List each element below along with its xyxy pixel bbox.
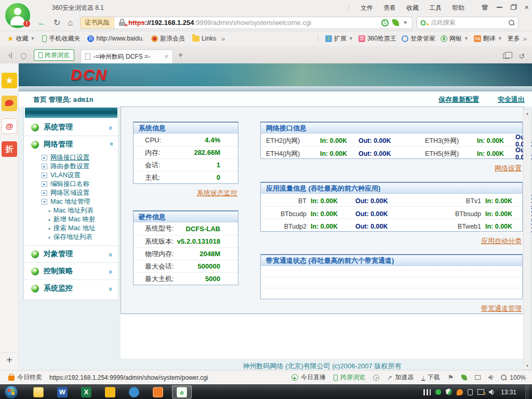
dock-add-icon[interactable]: + (0, 352, 19, 368)
dock-mail-icon[interactable]: @ (2, 118, 17, 134)
sidebar-group-objects[interactable]: 对象管理 » (24, 245, 118, 262)
bookmark-sina[interactable]: 新浪会员 (151, 34, 185, 43)
sidebar-group-monitor[interactable]: 系统监控 » (24, 280, 118, 297)
minimize-button[interactable] (497, 7, 502, 8)
dock-weibo-icon[interactable] (2, 96, 17, 111)
home-button[interactable]: ⌂ (68, 18, 73, 28)
menu-help[interactable]: 帮助 (452, 4, 464, 12)
address-bar[interactable]: 证书风险 × https ://192.168.1.254 :9999/admi… (80, 17, 413, 29)
speed-mode-icon[interactable] (392, 19, 399, 26)
sidebar-item-network-zone[interactable]: ▸网络区域设置 (42, 189, 118, 197)
chevron-expand-icon[interactable]: » (107, 270, 115, 272)
taskbar-clock[interactable]: 13:31 (501, 389, 516, 396)
tray-app-icon[interactable] (423, 389, 431, 395)
bookmark-links-folder[interactable]: Links (192, 35, 216, 42)
close-button[interactable]: × (524, 4, 529, 10)
favorites-menu[interactable]: ★ 收藏 ▼ (7, 34, 35, 43)
restore-tab-icon[interactable] (503, 54, 509, 59)
show-desktop-button[interactable] (525, 385, 529, 399)
taskbar-messenger[interactable] (124, 385, 144, 398)
window-mode-icon[interactable] (475, 375, 481, 380)
tab-list-icon[interactable]: ‹| (8, 51, 12, 59)
network-settings-link[interactable]: 网络设置 (495, 164, 522, 172)
bookmark-baidu[interactable]: 百 http://www.baidu. (87, 35, 143, 42)
chevron-expand-icon[interactable]: » (107, 252, 115, 255)
sidebar-group-policy[interactable]: 控制策略 » (24, 262, 118, 280)
menu-expand-icon[interactable]: 〉 (347, 4, 353, 12)
netbank-button[interactable]: ¥ 网银 ▼ (441, 34, 469, 43)
bookmark-mobile-favorites[interactable]: 手机收藏夹 (42, 34, 80, 43)
restore-button[interactable] (511, 5, 516, 10)
app-classify-link[interactable]: 应用自动分类 (481, 237, 522, 245)
scroll-up-arrow[interactable]: ▲ (524, 110, 531, 117)
sidebar-item-mac-management[interactable]: ▾Mac 地址管理 (42, 197, 118, 206)
bandwidth-manage-link[interactable]: 带宽通道管理 (481, 304, 522, 312)
taskbar-explorer[interactable] (29, 385, 48, 398)
refresh-button[interactable]: ↻ (54, 18, 60, 28)
zoom-control[interactable]: 100% (501, 374, 526, 381)
mute-button[interactable] (488, 375, 493, 380)
new-tab-button[interactable]: + (178, 50, 183, 60)
certificate-risk-badge[interactable]: 证书风险 (81, 17, 114, 29)
leaf-icon[interactable] (461, 375, 467, 380)
chevron-down-icon[interactable]: ▼ (403, 20, 408, 25)
system-monitor-link[interactable]: 系统状态监控 (197, 189, 237, 197)
menu-tools[interactable]: 工具 (429, 4, 442, 12)
accelerator-button[interactable]: ↗ 加速器 (387, 373, 414, 382)
dock-deals-icon[interactable]: 折 (2, 141, 17, 157)
back-button[interactable]: ← (37, 18, 46, 28)
sidebar-item-route-settings[interactable]: ▸路由参数设置 (42, 162, 118, 171)
sidebar-item-edit-interface-name[interactable]: ▸编辑接口名称 (42, 180, 118, 189)
ticket-grabber-button[interactable]: 票 360抢票王 (358, 34, 396, 43)
tab-close-icon[interactable]: × (165, 53, 168, 60)
cross-screen-status-button[interactable]: 跨屏浏览 (334, 373, 365, 382)
sidebar-item-interface-settings[interactable]: ▸网络接口设置 (42, 153, 118, 162)
dock-favorites-icon[interactable]: ★ (2, 73, 17, 88)
download-button[interactable]: ↓ 下载 (421, 373, 440, 382)
tray-bird-icon[interactable] (457, 389, 463, 395)
login-manager-button[interactable]: 登录管家 (402, 34, 435, 43)
frame-scrollbar[interactable]: ▲ ▼ (523, 109, 531, 370)
logout-link[interactable]: 安全退出 (498, 95, 525, 104)
taskbar-word[interactable]: W (52, 385, 72, 398)
sidebar-group-network[interactable]: 网络管理 » (24, 136, 118, 153)
start-button[interactable] (4, 385, 18, 399)
sidebar-item-mac-search[interactable]: •搜索 Mac 地址 (48, 224, 118, 233)
taskbar-app-yellow[interactable] (100, 385, 120, 398)
chevron-expand-icon[interactable]: » (107, 126, 115, 128)
cross-screen-button[interactable]: 跨屏浏览 (34, 49, 74, 61)
more-button[interactable]: 更多 » (508, 34, 527, 43)
sidebar-item-mac-save[interactable]: •保存地址列表 (48, 233, 118, 242)
live-button[interactable]: ▶ 今日直播 (291, 373, 326, 382)
sidebar-item-mac-add[interactable]: •新增 Mac 映射 (48, 215, 118, 224)
medal-icon[interactable] (373, 375, 379, 381)
menu-file[interactable]: 文件 (361, 4, 373, 12)
bookmarks-overflow-icon[interactable]: » (221, 35, 225, 43)
menu-view[interactable]: 查看 (383, 4, 396, 12)
skin-icon[interactable] (481, 5, 488, 10)
browser-avatar-icon[interactable]: ! (4, 2, 31, 29)
scroll-down-arrow[interactable]: ▼ (524, 362, 531, 369)
flag-icon[interactable]: ⚑ (448, 374, 454, 381)
sidebar-item-vlan-settings[interactable]: ▸VLAN设置 (42, 171, 118, 180)
undo-close-icon[interactable]: ↺ (518, 54, 525, 59)
compat-mode-icon[interactable]: ↻ (381, 19, 389, 26)
save-config-link[interactable]: 保存最新配置 (438, 95, 479, 104)
tray-green-icon[interactable] (435, 389, 441, 395)
taskbar-360browser-active[interactable]: e (172, 385, 192, 398)
sidebar-item-mac-list[interactable]: •Mac 地址列表 (48, 206, 118, 215)
menu-favorites[interactable]: 收藏 (406, 4, 419, 12)
tray-shield-icon[interactable] (446, 389, 452, 395)
tab-active[interactable]: -=神州数码 DCFS =- × (81, 49, 173, 63)
chevron-expand-icon[interactable]: » (107, 287, 115, 289)
translate-button[interactable]: Aa 翻译 ▼ (474, 34, 502, 43)
search-icon[interactable] (509, 20, 515, 26)
daily-deals-button[interactable]: 今日特卖 (8, 373, 42, 382)
traceless-mode-icon[interactable] (19, 52, 28, 60)
tray-power-icon[interactable] (468, 389, 473, 395)
sidebar-group-system[interactable]: 系统管理 » (24, 119, 118, 136)
extensions-button[interactable]: 扩展 ▼ (325, 34, 353, 43)
taskbar-phone-app[interactable] (148, 385, 168, 398)
tray-network-icon[interactable]: ⚠ (477, 389, 484, 395)
chevron-collapse-icon[interactable]: » (107, 143, 115, 145)
